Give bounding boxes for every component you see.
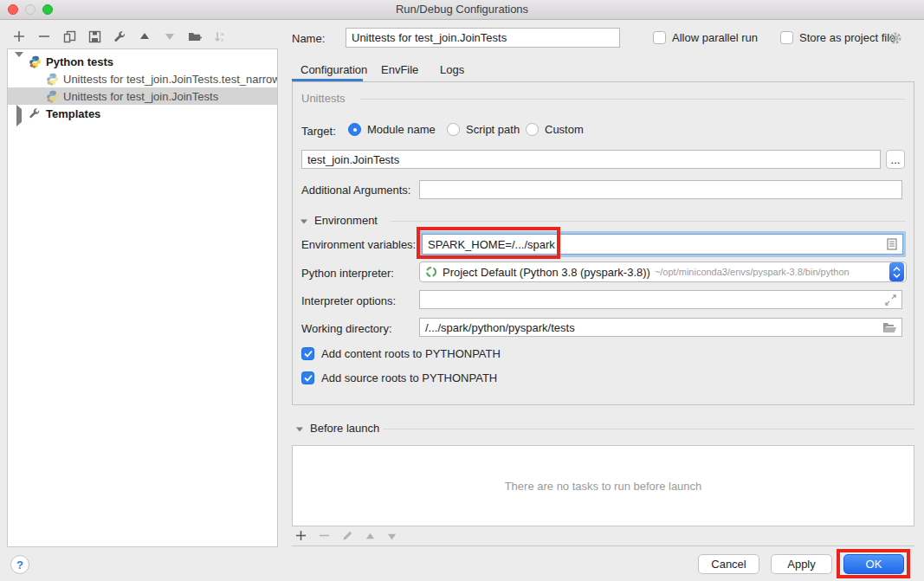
python-tests-icon xyxy=(46,73,59,86)
tab-configuration[interactable]: Configuration xyxy=(300,63,367,76)
section-separator xyxy=(383,429,914,429)
store-options-gear-icon[interactable] xyxy=(888,31,902,48)
target-module-name-radio[interactable]: Module name xyxy=(348,123,436,136)
name-input[interactable]: Unittests for test_join.JoinTests xyxy=(346,28,620,48)
working-directory-label: Working directory: xyxy=(301,322,392,335)
section-separator xyxy=(360,99,906,100)
checkbox-unchecked-icon[interactable] xyxy=(780,31,793,44)
ok-label: OK xyxy=(866,558,882,571)
python-interpreter-value: Project Default (Python 3.8 (pyspark-3.8… xyxy=(443,266,650,279)
window-titlebar: Run/Debug Configurations xyxy=(0,0,924,20)
move-task-up-icon xyxy=(365,531,375,544)
python-interpreter-label: Python interpreter: xyxy=(301,267,394,280)
allow-parallel-run-label: Allow parallel run xyxy=(672,31,758,44)
window-title: Run/Debug Configurations xyxy=(0,0,924,19)
radio-unselected-icon[interactable] xyxy=(526,123,539,136)
target-script-path-label: Script path xyxy=(466,123,520,136)
remove-configuration-icon[interactable] xyxy=(37,29,51,43)
allow-parallel-run-checkbox[interactable]: Allow parallel run xyxy=(653,31,758,44)
before-launch-label: Before launch xyxy=(310,422,379,435)
python-tests-icon xyxy=(46,90,59,103)
expand-editor-icon[interactable] xyxy=(885,294,896,306)
module-name-value: test_join.JoinTests xyxy=(307,153,399,166)
radio-selected-icon[interactable] xyxy=(348,123,361,136)
before-launch-empty-text: There are no tasks to run before launch xyxy=(505,480,702,493)
additional-arguments-label: Additional Arguments: xyxy=(301,184,410,197)
interpreter-options-input[interactable] xyxy=(419,290,902,309)
add-configuration-icon[interactable] xyxy=(12,29,26,43)
apply-button[interactable]: Apply xyxy=(771,554,832,574)
configuration-panel: Unittests Target: Module name Script pat… xyxy=(292,81,914,405)
environment-variables-input[interactable]: SPARK_HOME=/.../spark xyxy=(422,234,903,255)
move-task-down-icon xyxy=(387,531,397,544)
before-launch-section-toggle[interactable]: Before launch xyxy=(295,422,379,435)
target-custom-radio[interactable]: Custom xyxy=(526,123,584,136)
collapsed-twisty-icon[interactable] xyxy=(15,109,23,118)
new-folder-icon[interactable] xyxy=(188,29,202,43)
close-window-icon[interactable] xyxy=(8,4,18,15)
name-value: Unittests for test_join.JoinTests xyxy=(352,31,507,44)
tab-logs[interactable]: Logs xyxy=(440,63,464,76)
cancel-label: Cancel xyxy=(711,558,746,571)
expanded-twisty-icon[interactable] xyxy=(300,219,307,223)
checkbox-checked-icon[interactable] xyxy=(301,347,314,360)
module-name-input[interactable]: test_join.JoinTests xyxy=(301,150,881,169)
edit-variables-icon[interactable] xyxy=(887,238,897,250)
before-launch-task-list[interactable]: There are no tasks to run before launch xyxy=(292,445,914,526)
add-content-roots-checkbox[interactable]: Add content roots to PYTHONPATH xyxy=(301,347,501,360)
help-question-label: ? xyxy=(16,558,23,571)
working-directory-input[interactable]: /.../spark/python/pyspark/tests xyxy=(419,318,902,337)
add-task-icon[interactable] xyxy=(295,530,307,544)
edit-templates-wrench-icon[interactable] xyxy=(113,29,126,43)
target-module-name-label: Module name xyxy=(367,123,436,136)
tab-envfile[interactable]: EnvFile xyxy=(381,63,418,76)
browse-ellipsis-label: ... xyxy=(891,153,901,166)
help-button[interactable]: ? xyxy=(10,555,29,574)
tree-item-label: Python tests xyxy=(46,55,113,68)
cancel-button[interactable]: Cancel xyxy=(698,554,759,574)
python-interpreter-select[interactable]: Project Default (Python 3.8 (pyspark-3.8… xyxy=(419,261,907,282)
environment-variables-label: Environment variables: xyxy=(301,238,416,251)
browse-button[interactable]: ... xyxy=(886,150,905,169)
footer-divider xyxy=(292,545,914,546)
tree-item-templates[interactable]: Templates xyxy=(8,105,277,122)
target-custom-label: Custom xyxy=(545,123,584,136)
browse-folder-icon[interactable] xyxy=(882,322,896,333)
python-interpreter-path: ~/opt/miniconda3/envs/pyspark-3.8/bin/py… xyxy=(655,267,850,277)
zoom-window-icon[interactable] xyxy=(42,4,53,15)
target-script-path-radio[interactable]: Script path xyxy=(447,123,520,136)
checkbox-unchecked-icon[interactable] xyxy=(653,31,666,44)
tree-item-label: Templates xyxy=(46,107,100,120)
tree-item-label: Unittests for test_join.JoinTests xyxy=(63,90,218,103)
add-source-roots-checkbox[interactable]: Add source roots to PYTHONPATH xyxy=(301,371,497,384)
target-label: Target: xyxy=(301,125,336,138)
store-as-project-file-checkbox[interactable]: Store as project file xyxy=(780,31,895,44)
edit-task-pencil-icon xyxy=(342,530,353,544)
move-up-icon[interactable] xyxy=(138,29,152,43)
add-source-roots-label: Add source roots to PYTHONPATH xyxy=(321,371,497,384)
svg-text:a: a xyxy=(221,31,224,36)
save-configuration-icon[interactable] xyxy=(87,29,101,43)
radio-unselected-icon[interactable] xyxy=(447,123,460,136)
ok-button[interactable]: OK xyxy=(843,554,904,574)
tree-item-unittests-test-narrow[interactable]: Unittests for test_join.JoinTests.test_n… xyxy=(8,70,277,87)
python-tests-icon xyxy=(29,55,42,68)
move-down-icon xyxy=(163,29,177,43)
section-separator xyxy=(391,221,906,222)
store-as-project-file-label: Store as project file xyxy=(799,31,895,44)
checkbox-checked-icon[interactable] xyxy=(301,371,314,384)
tree-item-label: Unittests for test_join.JoinTests.test_n… xyxy=(63,73,278,86)
select-stepper-icon[interactable] xyxy=(889,262,904,281)
expanded-twisty-icon[interactable] xyxy=(296,427,303,431)
working-directory-value: /.../spark/python/pyspark/tests xyxy=(425,321,575,334)
configurations-toolbar: az xyxy=(12,29,227,44)
tree-item-python-tests[interactable]: Python tests xyxy=(8,53,277,70)
environment-section-toggle[interactable]: Environment xyxy=(300,214,378,227)
expanded-twisty-icon[interactable] xyxy=(15,57,23,66)
environment-section-label: Environment xyxy=(314,214,378,227)
name-label: Name: xyxy=(292,32,325,45)
additional-arguments-input[interactable] xyxy=(419,180,902,199)
copy-configuration-icon[interactable] xyxy=(62,29,76,43)
unittests-section-label: Unittests xyxy=(301,92,346,105)
tree-item-unittests-jointests-selected[interactable]: Unittests for test_join.JoinTests xyxy=(8,87,277,105)
